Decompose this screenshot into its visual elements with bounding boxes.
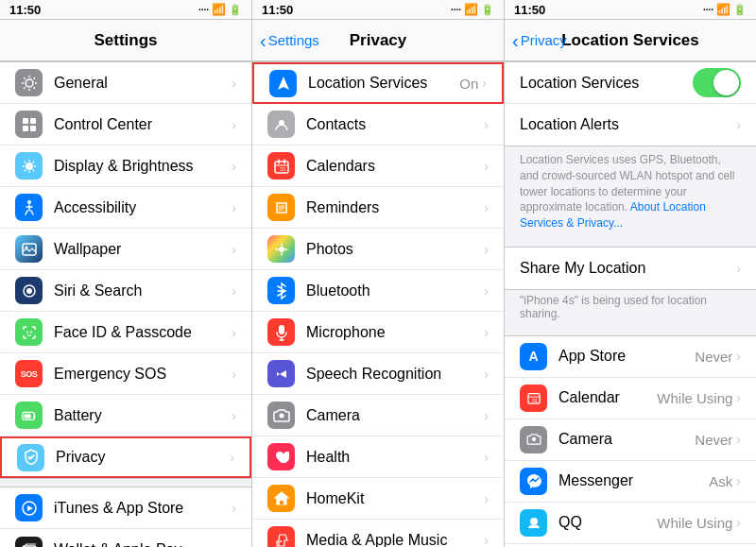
settings-item-display[interactable]: Display & Brightness ›	[0, 145, 251, 187]
privacy-item-health[interactable]: Health ›	[252, 436, 504, 478]
share-location-chevron: ›	[736, 261, 741, 276]
privacy-item-reminders[interactable]: Reminders ›	[252, 187, 504, 229]
status-cell-1: 11:50 ···· 📶 🔋	[0, 0, 252, 19]
loc-calendar-item[interactable]: 31 Calendar While Using ›	[505, 378, 756, 419]
location-title: Location Services	[561, 31, 699, 50]
loc-messenger-value: Ask	[709, 473, 732, 489]
loc-qq-icon	[520, 509, 547, 537]
privacy-item-homekit[interactable]: HomeKit ›	[252, 478, 504, 520]
nav-cell-privacy: ‹ Settings Privacy	[252, 20, 505, 60]
location-back-btn[interactable]: ‹ Privacy	[512, 31, 567, 50]
settings-item-wallpaper[interactable]: Wallpaper ›	[0, 229, 251, 270]
settings-item-control-center[interactable]: Control Center ›	[0, 104, 251, 145]
display-label: Display & Brightness	[54, 158, 232, 175]
privacy-item-location[interactable]: Location Services On ›	[252, 62, 504, 104]
loc-qq-item[interactable]: QQ While Using ›	[505, 503, 756, 544]
loc-messenger-label: Messenger	[558, 472, 709, 489]
battery-icon-1: 🔋	[229, 4, 242, 16]
privacy-item-media[interactable]: Media & Apple Music ›	[252, 520, 504, 547]
status-icons-2: ···· 📶 🔋	[451, 3, 494, 16]
itunes-chevron: ›	[232, 501, 236, 516]
signal-icon-2: ····	[451, 5, 461, 15]
settings-group-2: iTunes & App Store › Wallet & Apple Pay …	[0, 487, 251, 547]
loc-qq-value: While Using	[657, 515, 732, 531]
privacy-back-btn[interactable]: ‹ Settings	[260, 31, 319, 50]
homekit-icon	[267, 485, 295, 512]
settings-item-accessibility[interactable]: Accessibility ›	[0, 187, 251, 229]
privacy-item-speech[interactable]: Speech Recognition ›	[252, 353, 504, 395]
control-center-icon	[15, 111, 43, 138]
loc-messenger-item[interactable]: Messenger Ask ›	[505, 461, 756, 503]
settings-group-1: General › Control Center › Display	[0, 61, 251, 479]
location-alerts-item[interactable]: Location Alerts ›	[505, 104, 756, 145]
wifi-icon-2: 📶	[464, 3, 478, 16]
siri-label: Siri & Search	[54, 282, 232, 299]
wifi-icon-1: 📶	[212, 3, 226, 16]
settings-item-faceid[interactable]: Face ID & Passcode ›	[0, 312, 251, 353]
speech-label: Speech Recognition	[306, 366, 484, 383]
loc-camera-item[interactable]: Camera Never ›	[505, 419, 756, 461]
loc-camera-value: Never	[695, 432, 732, 448]
loc-appstore-item[interactable]: A App Store Never ›	[505, 336, 756, 378]
privacy-item-camera[interactable]: Camera ›	[252, 395, 504, 436]
settings-item-wallet[interactable]: Wallet & Apple Pay ›	[0, 529, 251, 547]
display-chevron: ›	[232, 159, 236, 174]
location-toggle[interactable]	[693, 68, 741, 97]
location-list: Location Services Location Alerts › Loca…	[505, 61, 756, 547]
privacy-item-bluetooth[interactable]: Bluetooth ›	[252, 270, 504, 312]
nav-row: Settings ‹ Settings Privacy ‹ Privacy Lo…	[0, 19, 756, 60]
back-label-location[interactable]: Privacy	[521, 32, 567, 48]
loc-camera-icon	[520, 426, 547, 453]
settings-item-privacy[interactable]: Privacy ›	[0, 436, 251, 478]
wifi-icon-3: 📶	[716, 3, 730, 16]
location-group-2: Share My Location ›	[505, 247, 756, 290]
settings-item-general[interactable]: General ›	[0, 62, 251, 104]
wallet-chevron: ›	[232, 542, 236, 547]
general-icon	[15, 69, 43, 96]
about-link[interactable]: About Location Services & Privacy...	[520, 200, 706, 230]
settings-item-battery[interactable]: Battery ›	[0, 395, 251, 436]
share-location-label: Share My Location	[520, 260, 736, 277]
battery-settings-icon	[15, 402, 43, 429]
settings-item-siri[interactable]: Siri & Search ›	[0, 270, 251, 312]
camera-privacy-label: Camera	[306, 407, 484, 424]
itunes-icon	[15, 494, 43, 521]
loc-messenger-chevron: ›	[736, 473, 741, 488]
svg-rect-12	[24, 414, 30, 418]
privacy-icon	[17, 444, 44, 471]
privacy-item-calendars[interactable]: 31 Calendars ›	[252, 145, 504, 187]
share-location-item[interactable]: Share My Location ›	[505, 248, 756, 289]
loc-calendar-icon: 31	[520, 385, 547, 412]
settings-item-itunes[interactable]: iTunes & App Store ›	[0, 487, 251, 529]
calendars-icon: 31	[267, 152, 295, 179]
homekit-label: HomeKit	[306, 490, 484, 507]
privacy-item-photos[interactable]: Photos ›	[252, 229, 504, 270]
location-description: Location Services uses GPS, Bluetooth, a…	[505, 146, 756, 239]
back-chevron-privacy: ‹	[260, 31, 266, 50]
settings-item-sos[interactable]: SOS Emergency SOS ›	[0, 353, 251, 395]
iphone-note: "iPhone 4s" is being used for location s…	[505, 290, 756, 328]
faceid-chevron: ›	[232, 325, 236, 340]
reminders-chevron: ›	[484, 200, 489, 215]
privacy-item-microphone[interactable]: Microphone ›	[252, 312, 504, 353]
location-group-3: A App Store Never › 31 Calendar While Us…	[505, 335, 756, 547]
time-3: 11:50	[514, 3, 545, 17]
contacts-label: Contacts	[306, 116, 484, 133]
svg-rect-22	[280, 501, 284, 504]
battery-chevron: ›	[232, 408, 236, 423]
microphone-icon	[267, 318, 295, 346]
bluetooth-icon	[267, 277, 295, 304]
privacy-item-contacts[interactable]: Contacts ›	[252, 104, 504, 145]
privacy-panel: Location Services On › Contacts › 31	[252, 61, 505, 547]
privacy-title: Privacy	[350, 31, 407, 50]
svg-point-30	[531, 437, 535, 441]
accessibility-icon	[15, 194, 43, 221]
status-cell-3: 11:50 ···· 📶 🔋	[505, 0, 756, 19]
reminders-icon	[267, 194, 295, 221]
privacy-list: Location Services On › Contacts › 31	[252, 61, 504, 547]
location-group-1: Location Services Location Alerts ›	[505, 61, 756, 146]
location-toggle-item[interactable]: Location Services	[505, 62, 756, 104]
signal-icon-3: ····	[703, 5, 713, 15]
sos-icon: SOS	[15, 360, 43, 387]
back-label-privacy[interactable]: Settings	[268, 32, 319, 48]
